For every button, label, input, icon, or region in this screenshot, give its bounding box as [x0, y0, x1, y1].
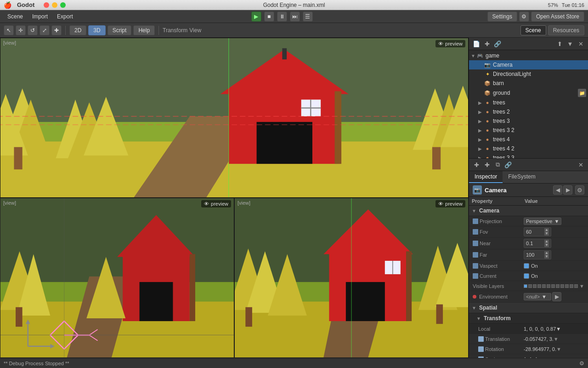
- layer-8: [556, 284, 560, 288]
- close-btn[interactable]: ✕: [576, 160, 585, 169]
- tree-item-trees42[interactable]: ▶ ● trees 4 2: [469, 144, 588, 153]
- instance-btn[interactable]: 🔗: [493, 39, 502, 48]
- settings-icon[interactable]: ⚙: [519, 12, 529, 22]
- close-panel-btn[interactable]: ✕: [576, 39, 585, 48]
- apple-menu[interactable]: 🍎: [4, 1, 11, 9]
- prop-fov-icon: [473, 229, 478, 235]
- tree-item-trees2[interactable]: ▶ ● trees 2: [469, 107, 588, 116]
- label-directionallight: DirectionalLight: [493, 71, 586, 77]
- chevron-down-icon: ▼: [554, 218, 559, 224]
- add-tool[interactable]: ✚: [51, 25, 62, 35]
- add-node-btn[interactable]: ✚: [482, 39, 492, 48]
- viewport-bl-preview[interactable]: 👁preview: [201, 200, 231, 207]
- mode-3d[interactable]: 3D: [88, 25, 105, 35]
- prop-rotation-value-col[interactable]: -28.964977, 0. ▼: [522, 345, 588, 353]
- new-scene-btn[interactable]: 📄: [472, 39, 481, 48]
- prop-translation-value-col[interactable]: -0.057427, 3. ▼: [522, 335, 588, 343]
- arrow-game[interactable]: ▼: [471, 53, 476, 58]
- tree-item-barn[interactable]: 📦 barn: [469, 79, 588, 88]
- tree-item-camera[interactable]: 📷 Camera: [469, 60, 588, 69]
- layers-visual: [524, 284, 578, 288]
- prop-near-name: Near: [469, 240, 522, 247]
- menu-import[interactable]: Import: [28, 12, 51, 21]
- far-stepper[interactable]: ▲ ▼: [544, 251, 549, 259]
- tree-item-ground[interactable]: 📦 ground 📁: [469, 88, 588, 98]
- tab-filesystem[interactable]: FileSystem: [503, 171, 541, 183]
- prop-env-dropdown[interactable]: <null> ▼: [524, 293, 551, 300]
- minimize-button[interactable]: [52, 2, 57, 8]
- open-asset-store-button[interactable]: Open Asset Store: [531, 12, 584, 22]
- tree-item-game[interactable]: ▼ 🎮 game: [469, 51, 588, 60]
- prop-layers-value-col[interactable]: ▼: [522, 282, 588, 290]
- tree-item-trees33[interactable]: ▶ ● trees 3 3: [469, 153, 588, 158]
- fov-stepper[interactable]: ▲ ▼: [544, 228, 549, 236]
- duplicate-btn[interactable]: ⧉: [493, 160, 502, 169]
- menu-scene[interactable]: Scene: [4, 12, 27, 21]
- menu-export[interactable]: Export: [53, 12, 77, 21]
- scene-toolbar: 📄 ✚ 🔗 ⬆ ▼ ✕: [469, 38, 588, 50]
- close-button[interactable]: [44, 2, 49, 8]
- nav-prev-btn[interactable]: ◀: [553, 185, 562, 195]
- step-button[interactable]: ⏭: [290, 12, 300, 22]
- filter-btn[interactable]: ▼: [565, 39, 575, 48]
- current-checkbox[interactable]: [524, 273, 529, 279]
- select-tool[interactable]: ↖: [4, 25, 14, 35]
- svg-rect-21: [282, 48, 287, 59]
- near-stepper[interactable]: ▲ ▼: [544, 240, 549, 247]
- move-tool[interactable]: ✛: [16, 25, 26, 35]
- section-transform[interactable]: ▼ Transform: [469, 313, 588, 324]
- tree-item-trees3[interactable]: ▶ ● trees 3: [469, 116, 588, 126]
- tree-item-trees32[interactable]: ▶ ● trees 3 2: [469, 126, 588, 135]
- scale-tool[interactable]: ⤢: [40, 25, 50, 35]
- rotate-tool[interactable]: ↺: [28, 25, 38, 35]
- nav-next-btn[interactable]: ▶: [563, 185, 572, 195]
- arrow-trees[interactable]: ▶: [478, 100, 484, 105]
- ground-action[interactable]: 📁: [578, 89, 586, 97]
- fov-down-btn[interactable]: ▼: [544, 232, 549, 236]
- stop-button[interactable]: ■: [264, 12, 274, 22]
- tree-item-trees4[interactable]: ▶ ● trees 4: [469, 135, 588, 144]
- mode-2d[interactable]: 2D: [69, 25, 86, 35]
- vaspect-checkbox[interactable]: [524, 263, 529, 269]
- pause-button[interactable]: ⏸: [277, 12, 287, 22]
- add-child-btn[interactable]: ✚: [482, 160, 492, 169]
- arrow-trees32[interactable]: ▶: [478, 128, 484, 133]
- play-button[interactable]: ▶: [251, 12, 261, 22]
- up-btn[interactable]: ⬆: [555, 39, 564, 48]
- viewport-br-preview[interactable]: 👁preview: [435, 200, 465, 207]
- link-btn[interactable]: 🔗: [503, 160, 513, 169]
- section-spatial[interactable]: ▼ Spatial: [469, 303, 588, 313]
- near-down-btn[interactable]: ▼: [544, 243, 549, 247]
- viewport-main[interactable]: [view] 👁preview: [0, 38, 469, 198]
- layer-11: [570, 284, 573, 288]
- tree-item-directionallight[interactable]: ✦ DirectionalLight: [469, 69, 588, 79]
- tab-resources[interactable]: Resources: [548, 25, 584, 35]
- label-game: game: [486, 52, 586, 59]
- prop-projection-dropdown[interactable]: Perspective ▼: [524, 218, 561, 225]
- prop-visible-layers: Visible Layers: [469, 281, 588, 291]
- svg-rect-36: [190, 254, 195, 321]
- far-down-btn[interactable]: ▼: [544, 255, 549, 259]
- arrow-trees3[interactable]: ▶: [478, 119, 484, 124]
- section-camera[interactable]: ▼ Camera: [469, 206, 588, 216]
- arrow-trees2[interactable]: ▶: [478, 109, 484, 115]
- viewport-main-preview[interactable]: 👁preview: [435, 40, 465, 47]
- preview-label-main: preview: [445, 41, 463, 46]
- mode-help[interactable]: Help: [133, 25, 155, 35]
- arrow-trees42[interactable]: ▶: [478, 146, 484, 151]
- env-expand-btn[interactable]: ▶: [552, 292, 561, 301]
- arrow-trees4[interactable]: ▶: [478, 137, 484, 142]
- tab-inspector[interactable]: Inspector: [469, 171, 503, 183]
- mode-script[interactable]: Script: [107, 25, 132, 35]
- settings-button[interactable]: Settings: [487, 12, 517, 22]
- viewport-bottom-right[interactable]: [view] 👁preview: [234, 198, 469, 358]
- inspector-settings-btn[interactable]: ⚙: [575, 185, 584, 195]
- viewport-bottom-left[interactable]: [view] 👁preview: [0, 198, 234, 358]
- maximize-button[interactable]: [60, 2, 66, 8]
- scene-bottom-toolbar: ✚ ✚ ⧉ 🔗 ✕: [469, 158, 588, 171]
- options-button[interactable]: ☰: [303, 12, 313, 22]
- status-icon[interactable]: ⚙: [579, 360, 584, 367]
- tree-item-trees[interactable]: ▶ ● trees: [469, 98, 588, 107]
- add-scene-btn[interactable]: ✚: [472, 160, 481, 169]
- tab-scene[interactable]: Scene: [520, 25, 546, 35]
